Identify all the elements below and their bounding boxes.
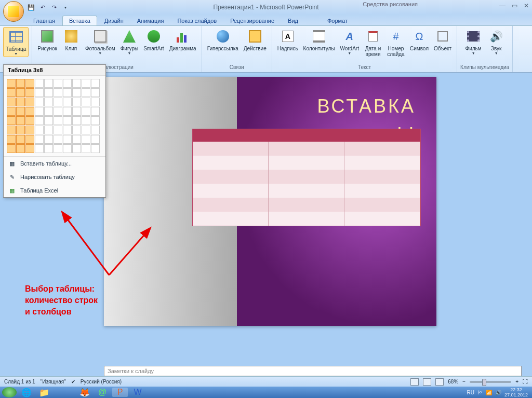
grid-cell[interactable] (44, 144, 53, 153)
grid-cell[interactable] (16, 107, 25, 116)
grid-cell[interactable] (91, 88, 100, 97)
grid-cell[interactable] (72, 126, 81, 134)
notes-pane[interactable]: Заметки к слайду (104, 366, 522, 376)
taskbar-powerpoint[interactable]: P (112, 388, 128, 397)
grid-cell[interactable] (25, 144, 34, 153)
grid-cell[interactable] (16, 116, 25, 125)
grid-cell[interactable] (82, 126, 90, 134)
grid-cell[interactable] (25, 79, 34, 88)
object-button[interactable]: Объект (432, 27, 454, 52)
slidenum-button[interactable]: #Номер слайда (385, 27, 407, 58)
zoom-slider[interactable] (470, 381, 511, 383)
tab-format[interactable]: Формат (321, 16, 354, 25)
tab-design[interactable]: Дизайн (98, 16, 130, 25)
taskbar-firefox[interactable]: 🦊 (77, 388, 92, 397)
grid-cell[interactable] (7, 88, 16, 97)
grid-cell[interactable] (63, 135, 72, 144)
grid-cell[interactable] (82, 98, 90, 106)
movie-button[interactable]: Фильм▼ (462, 27, 484, 56)
grid-cell[interactable] (63, 88, 72, 97)
grid-cell[interactable] (35, 79, 44, 88)
undo-icon[interactable]: ↶ (38, 3, 47, 11)
taskbar-ie[interactable]: 🌐 (19, 388, 34, 397)
insert-table-menuitem[interactable]: ▦Вставить таблицу... (4, 157, 105, 170)
inserted-table[interactable] (192, 129, 421, 226)
taskbar-app[interactable]: @ (95, 388, 110, 397)
grid-cell[interactable] (25, 88, 34, 97)
grid-cell[interactable] (91, 126, 100, 134)
grid-cell[interactable] (91, 116, 100, 125)
sorter-view-button[interactable] (423, 378, 431, 386)
qat-customize-icon[interactable]: ▼ (61, 3, 70, 11)
grid-cell[interactable] (63, 116, 72, 125)
grid-cell[interactable] (44, 79, 53, 88)
excel-table-menuitem[interactable]: ▦Таблица Excel (4, 184, 105, 197)
shapes-button[interactable]: Фигуры▼ (118, 27, 140, 56)
grid-cell[interactable] (7, 116, 16, 125)
grid-cell[interactable] (91, 98, 100, 106)
grid-cell[interactable] (7, 98, 16, 106)
table-size-grid[interactable] (4, 76, 105, 156)
grid-cell[interactable] (35, 135, 44, 144)
close-button[interactable]: ✕ (524, 2, 529, 9)
grid-cell[interactable] (72, 135, 81, 144)
grid-cell[interactable] (44, 107, 53, 116)
taskbar-word[interactable]: W (130, 388, 145, 397)
minimize-button[interactable]: ― (499, 2, 506, 9)
grid-cell[interactable] (44, 116, 53, 125)
grid-cell[interactable] (44, 88, 53, 97)
grid-cell[interactable] (16, 79, 25, 88)
zoom-value[interactable]: 68% (448, 379, 458, 385)
tab-insert[interactable]: Вставка (62, 16, 97, 25)
textbox-button[interactable]: AНадпись (275, 27, 300, 52)
chart-button[interactable]: Диаграмма (167, 27, 198, 52)
grid-cell[interactable] (82, 88, 90, 97)
grid-cell[interactable] (35, 116, 44, 125)
zoom-in-button[interactable]: + (515, 379, 518, 385)
save-icon[interactable]: 💾 (27, 3, 35, 11)
grid-cell[interactable] (72, 98, 81, 106)
grid-cell[interactable] (63, 126, 72, 134)
grid-cell[interactable] (72, 107, 81, 116)
symbol-button[interactable]: ΩСимвол (408, 27, 431, 52)
grid-cell[interactable] (35, 126, 44, 134)
grid-cell[interactable] (63, 98, 72, 106)
clip-button[interactable]: Клип (60, 27, 82, 52)
grid-cell[interactable] (72, 144, 81, 153)
grid-cell[interactable] (63, 144, 72, 153)
grid-cell[interactable] (91, 107, 100, 116)
album-button[interactable]: Фотоальбом▼ (83, 27, 117, 56)
language-indicator[interactable]: Русский (Россия) (81, 379, 122, 385)
office-button[interactable] (3, 1, 24, 22)
date-button[interactable]: Дата и время (362, 27, 384, 58)
grid-cell[interactable] (7, 135, 16, 144)
start-button[interactable] (2, 387, 17, 397)
taskbar-explorer[interactable]: 📁 (36, 388, 52, 397)
grid-cell[interactable] (35, 144, 44, 153)
redo-icon[interactable]: ↷ (50, 3, 58, 11)
action-button[interactable]: Действие (242, 27, 269, 52)
maximize-button[interactable]: ▭ (512, 2, 517, 9)
grid-cell[interactable] (16, 126, 25, 134)
table-button[interactable]: Таблица ▼ (3, 27, 29, 57)
grid-cell[interactable] (82, 107, 90, 116)
tab-view[interactable]: Вид (282, 16, 304, 25)
grid-cell[interactable] (44, 135, 53, 144)
picture-button[interactable]: Рисунок (35, 27, 59, 52)
tray-network-icon[interactable]: 📶 (486, 390, 492, 395)
grid-cell[interactable] (82, 79, 90, 88)
spellcheck-icon[interactable]: ✔ (71, 379, 75, 385)
grid-cell[interactable] (91, 135, 100, 144)
grid-cell[interactable] (63, 79, 72, 88)
grid-cell[interactable] (35, 88, 44, 97)
grid-cell[interactable] (44, 126, 53, 134)
grid-cell[interactable] (25, 98, 34, 106)
grid-cell[interactable] (82, 144, 90, 153)
grid-cell[interactable] (72, 79, 81, 88)
grid-cell[interactable] (16, 144, 25, 153)
tab-home[interactable]: Главная (27, 16, 61, 25)
grid-cell[interactable] (72, 116, 81, 125)
grid-cell[interactable] (82, 116, 90, 125)
hyperlink-button[interactable]: Гиперссылка (205, 27, 241, 52)
grid-cell[interactable] (54, 98, 62, 106)
